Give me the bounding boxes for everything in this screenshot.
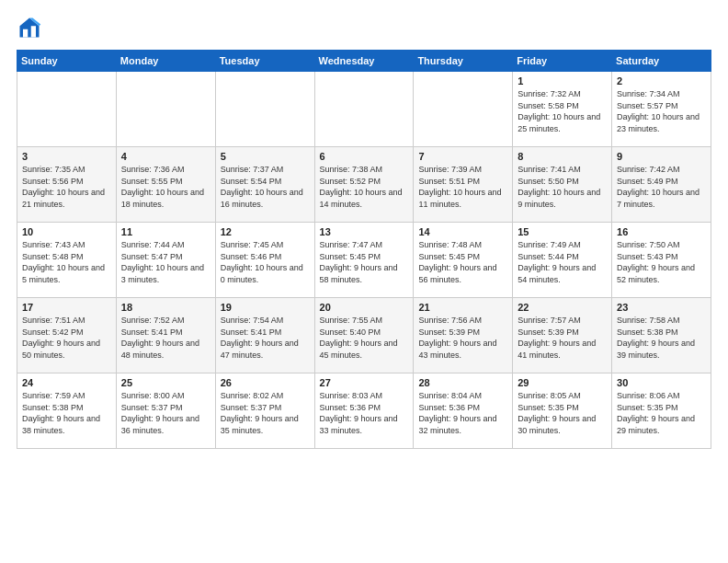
calendar-table: SundayMondayTuesdayWednesdayThursdayFrid… [17, 50, 711, 449]
weekday-thursday: Thursday [414, 51, 513, 72]
day-number: 14 [418, 226, 507, 237]
day-info: Sunrise: 7:32 AMSunset: 5:58 PMDaylight:… [518, 88, 607, 134]
day-info: Sunrise: 8:00 AMSunset: 5:37 PMDaylight:… [121, 390, 210, 436]
day-cell: 5Sunrise: 7:37 AMSunset: 5:54 PMDaylight… [215, 147, 314, 223]
weekday-tuesday: Tuesday [215, 51, 314, 72]
day-info: Sunrise: 7:37 AMSunset: 5:54 PMDaylight:… [221, 164, 310, 210]
day-cell: 29Sunrise: 8:05 AMSunset: 5:35 PMDayligh… [513, 373, 612, 449]
day-number: 11 [121, 226, 210, 237]
day-cell: 13Sunrise: 7:47 AMSunset: 5:45 PMDayligh… [314, 223, 414, 298]
week-row-5: 24Sunrise: 7:59 AMSunset: 5:38 PMDayligh… [17, 373, 711, 449]
day-cell: 2Sunrise: 7:34 AMSunset: 5:57 PMDaylight… [612, 72, 711, 147]
day-cell [414, 72, 513, 147]
day-cell: 30Sunrise: 8:06 AMSunset: 5:35 PMDayligh… [612, 373, 711, 449]
day-info: Sunrise: 7:50 AMSunset: 5:43 PMDaylight:… [617, 239, 706, 285]
day-number: 8 [518, 151, 607, 162]
svg-rect-2 [23, 29, 28, 38]
day-info: Sunrise: 7:58 AMSunset: 5:38 PMDaylight:… [617, 315, 706, 361]
day-info: Sunrise: 7:56 AMSunset: 5:39 PMDaylight:… [418, 315, 507, 361]
day-cell: 9Sunrise: 7:42 AMSunset: 5:49 PMDaylight… [612, 147, 711, 223]
day-info: Sunrise: 7:36 AMSunset: 5:55 PMDaylight:… [121, 164, 210, 210]
day-number: 20 [320, 302, 409, 313]
day-info: Sunrise: 8:03 AMSunset: 5:36 PMDaylight:… [320, 390, 409, 436]
day-info: Sunrise: 7:57 AMSunset: 5:39 PMDaylight:… [518, 315, 607, 361]
day-info: Sunrise: 7:52 AMSunset: 5:41 PMDaylight:… [121, 315, 210, 361]
day-info: Sunrise: 7:34 AMSunset: 5:57 PMDaylight:… [617, 88, 706, 134]
day-info: Sunrise: 7:51 AMSunset: 5:42 PMDaylight:… [22, 315, 111, 361]
day-number: 12 [221, 226, 310, 237]
day-info: Sunrise: 7:42 AMSunset: 5:49 PMDaylight:… [617, 164, 706, 210]
day-info: Sunrise: 7:54 AMSunset: 5:41 PMDaylight:… [221, 315, 310, 361]
day-cell [314, 72, 414, 147]
day-cell: 14Sunrise: 7:48 AMSunset: 5:45 PMDayligh… [414, 223, 513, 298]
day-cell: 1Sunrise: 7:32 AMSunset: 5:58 PMDaylight… [513, 72, 612, 147]
day-cell: 6Sunrise: 7:38 AMSunset: 5:52 PMDaylight… [314, 147, 414, 223]
weekday-monday: Monday [116, 51, 215, 72]
day-cell: 19Sunrise: 7:54 AMSunset: 5:41 PMDayligh… [215, 298, 314, 373]
day-cell [116, 72, 215, 147]
day-info: Sunrise: 8:04 AMSunset: 5:36 PMDaylight:… [418, 390, 507, 436]
day-number: 23 [617, 302, 706, 313]
weekday-saturday: Saturday [612, 51, 711, 72]
logo-icon [17, 15, 42, 40]
day-info: Sunrise: 7:47 AMSunset: 5:45 PMDaylight:… [320, 239, 409, 285]
day-info: Sunrise: 8:06 AMSunset: 5:35 PMDaylight:… [617, 390, 706, 436]
day-info: Sunrise: 7:44 AMSunset: 5:47 PMDaylight:… [121, 239, 210, 285]
day-info: Sunrise: 7:35 AMSunset: 5:56 PMDaylight:… [22, 164, 111, 210]
day-number: 7 [418, 151, 507, 162]
day-info: Sunrise: 7:45 AMSunset: 5:46 PMDaylight:… [221, 239, 310, 285]
day-cell: 21Sunrise: 7:56 AMSunset: 5:39 PMDayligh… [414, 298, 513, 373]
day-cell: 22Sunrise: 7:57 AMSunset: 5:39 PMDayligh… [513, 298, 612, 373]
day-cell: 12Sunrise: 7:45 AMSunset: 5:46 PMDayligh… [215, 223, 314, 298]
day-cell: 27Sunrise: 8:03 AMSunset: 5:36 PMDayligh… [314, 373, 414, 449]
day-number: 9 [617, 151, 706, 162]
weekday-sunday: Sunday [17, 51, 117, 72]
day-cell: 17Sunrise: 7:51 AMSunset: 5:42 PMDayligh… [17, 298, 117, 373]
day-cell: 28Sunrise: 8:04 AMSunset: 5:36 PMDayligh… [414, 373, 513, 449]
day-cell: 24Sunrise: 7:59 AMSunset: 5:38 PMDayligh… [17, 373, 117, 449]
day-cell: 10Sunrise: 7:43 AMSunset: 5:48 PMDayligh… [17, 223, 117, 298]
logo [17, 15, 46, 40]
day-number: 10 [22, 226, 111, 237]
day-number: 26 [221, 377, 310, 388]
day-number: 29 [518, 377, 607, 388]
day-cell: 16Sunrise: 7:50 AMSunset: 5:43 PMDayligh… [612, 223, 711, 298]
weekday-friday: Friday [513, 51, 612, 72]
day-info: Sunrise: 7:43 AMSunset: 5:48 PMDaylight:… [22, 239, 111, 285]
day-number: 2 [617, 75, 706, 86]
weekday-header-row: SundayMondayTuesdayWednesdayThursdayFrid… [17, 51, 711, 72]
day-number: 16 [617, 226, 706, 237]
day-info: Sunrise: 7:55 AMSunset: 5:40 PMDaylight:… [320, 315, 409, 361]
svg-rect-3 [31, 26, 36, 37]
day-info: Sunrise: 7:39 AMSunset: 5:51 PMDaylight:… [418, 164, 507, 210]
week-row-4: 17Sunrise: 7:51 AMSunset: 5:42 PMDayligh… [17, 298, 711, 373]
week-row-3: 10Sunrise: 7:43 AMSunset: 5:48 PMDayligh… [17, 223, 711, 298]
day-number: 5 [221, 151, 310, 162]
day-number: 1 [518, 75, 607, 86]
day-info: Sunrise: 8:05 AMSunset: 5:35 PMDaylight:… [518, 390, 607, 436]
day-cell: 4Sunrise: 7:36 AMSunset: 5:55 PMDaylight… [116, 147, 215, 223]
day-number: 19 [221, 302, 310, 313]
day-info: Sunrise: 7:49 AMSunset: 5:44 PMDaylight:… [518, 239, 607, 285]
day-number: 3 [22, 151, 111, 162]
day-cell: 7Sunrise: 7:39 AMSunset: 5:51 PMDaylight… [414, 147, 513, 223]
day-number: 15 [518, 226, 607, 237]
day-number: 22 [518, 302, 607, 313]
day-number: 27 [320, 377, 409, 388]
day-info: Sunrise: 7:59 AMSunset: 5:38 PMDaylight:… [22, 390, 111, 436]
day-number: 4 [121, 151, 210, 162]
day-number: 25 [121, 377, 210, 388]
day-cell: 18Sunrise: 7:52 AMSunset: 5:41 PMDayligh… [116, 298, 215, 373]
day-cell: 11Sunrise: 7:44 AMSunset: 5:47 PMDayligh… [116, 223, 215, 298]
day-info: Sunrise: 7:38 AMSunset: 5:52 PMDaylight:… [320, 164, 409, 210]
day-cell [17, 72, 117, 147]
header [17, 15, 711, 40]
day-number: 21 [418, 302, 507, 313]
day-cell: 3Sunrise: 7:35 AMSunset: 5:56 PMDaylight… [17, 147, 117, 223]
page: SundayMondayTuesdayWednesdayThursdayFrid… [0, 0, 728, 563]
day-cell: 20Sunrise: 7:55 AMSunset: 5:40 PMDayligh… [314, 298, 414, 373]
day-number: 24 [22, 377, 111, 388]
day-number: 13 [320, 226, 409, 237]
week-row-1: 1Sunrise: 7:32 AMSunset: 5:58 PMDaylight… [17, 72, 711, 147]
day-number: 6 [320, 151, 409, 162]
